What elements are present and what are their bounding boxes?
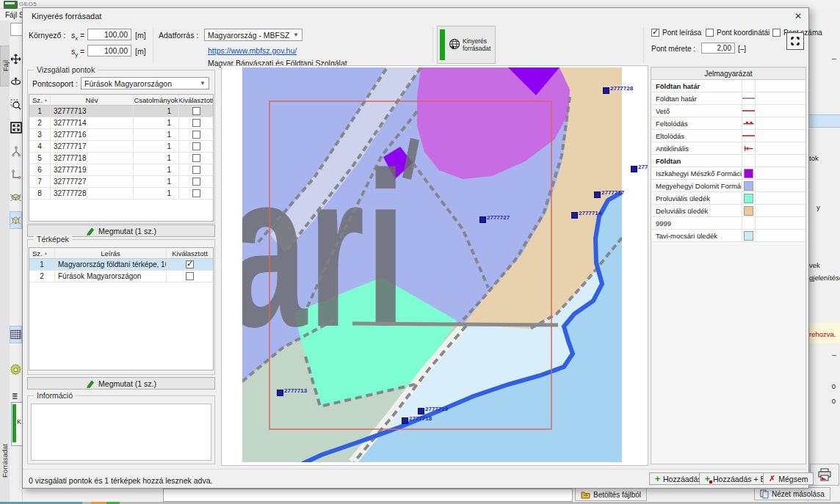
dialog-close-button[interactable]: ✕ (791, 10, 805, 23)
plus-icon: + (655, 475, 660, 483)
surround-label: Környező : (29, 31, 65, 40)
axes-3d-tool-button[interactable] (10, 142, 22, 160)
legend-row: Proluviális üledék (651, 192, 805, 205)
legend-blank-cell (755, 230, 805, 241)
printer-icon (817, 468, 832, 481)
point-coords-option[interactable]: Pont koordinátái (706, 29, 770, 37)
settings-tool-button[interactable] (10, 361, 22, 379)
copy-view-button[interactable]: Nézet másolása (754, 487, 830, 500)
row-select-checkbox[interactable] (192, 119, 200, 127)
legend-symbol (742, 155, 755, 167)
fullscreen-button[interactable] (786, 32, 804, 50)
point-desc-option[interactable]: Pont leírása (651, 29, 701, 37)
map-point-marker: 2777719 (418, 406, 448, 414)
legend-symbol (742, 192, 755, 204)
separator (432, 27, 433, 62)
rotate-icon (10, 76, 21, 87)
fit-view-tool-button[interactable] (10, 119, 22, 136)
col-leiras[interactable]: Leírás (55, 248, 167, 258)
pointgroup-select[interactable]: Fúrások Magyarországon ▼ (81, 77, 209, 90)
view-3d-tool-button[interactable] (10, 211, 22, 229)
row-select-checkbox[interactable] (186, 272, 194, 280)
points-table-row[interactable]: 6327777191 (29, 164, 213, 176)
point-number-checkbox[interactable] (772, 29, 781, 37)
col-kivalasztott[interactable]: Kiválasztott (167, 248, 213, 258)
col-sz[interactable]: Sz. (29, 95, 51, 105)
zoom-select-tool-button[interactable] (10, 95, 22, 113)
gear-icon (10, 364, 22, 376)
pan-tool-button[interactable] (10, 50, 22, 67)
points-table-row[interactable]: 4327777171 (29, 141, 213, 153)
legend-label: Földtan határ (651, 95, 742, 103)
background-path-input[interactable] (163, 489, 573, 502)
background-selected-row (808, 114, 840, 128)
rotate-tool-button[interactable] (10, 73, 22, 90)
legend-blank-cell (755, 217, 805, 229)
legend-row: Antiklinális (651, 142, 805, 155)
table-view-tool-button[interactable] (10, 326, 22, 343)
point-square-icon (402, 417, 408, 424)
points-table-row[interactable]: 8327777281 (29, 188, 213, 200)
menu-file[interactable]: Fájl (5, 11, 17, 19)
separator (643, 27, 644, 62)
legend-blank-cell (755, 130, 805, 142)
map-view[interactable]: ari 277772827777162777717277771427777272… (221, 65, 648, 466)
sx-label: sx = (71, 31, 84, 42)
plus-close-icon: + (705, 475, 710, 483)
sx-input[interactable]: 100,00 (87, 29, 131, 40)
extract-source-data-button[interactable]: Kinyerésforrásadat (437, 26, 496, 64)
datasource-link[interactable]: https://www.mbfsz.gov.hu/ (208, 46, 297, 55)
row-select-checkbox[interactable] (192, 131, 200, 139)
row-select-checkbox[interactable] (192, 166, 200, 174)
fit-view-icon (10, 122, 22, 134)
points-table-row[interactable]: 7327777271 (29, 176, 213, 188)
panel-collapse-icon[interactable]: – (832, 350, 836, 359)
row-select-checkbox[interactable] (192, 154, 200, 162)
bg-fragment: y (817, 203, 820, 211)
point-coords-checkbox[interactable] (706, 29, 714, 37)
sy-input[interactable]: 100,00 (87, 45, 131, 56)
legend-blank-cell (755, 142, 805, 154)
datasource-select[interactable]: Magyarország - MBFSZ ▼ (204, 29, 303, 41)
maps-table-row[interactable]: 1Magyarország földtani térképe, 100 000 (29, 259, 213, 271)
line-symbol (742, 110, 755, 112)
row-select-checkbox[interactable] (192, 142, 200, 150)
map-point-marker: 2777718 (402, 415, 432, 424)
panel-collapse-icon[interactable]: – (832, 54, 836, 62)
info-group-title: Információ (34, 391, 76, 400)
maps-group: Térképek Sz. Leírás Kiválasztott 1Magyar… (27, 239, 215, 375)
col-kivalasztott[interactable]: Kiválasztott (179, 95, 213, 105)
list-icon[interactable]: ≣ (12, 392, 18, 400)
points-table-row[interactable]: 1327777131 (29, 106, 213, 117)
row-select-checkbox[interactable] (192, 107, 200, 115)
col-csatolmanyok[interactable]: Csatolmányok (134, 95, 179, 105)
col-sz[interactable]: Sz. (29, 248, 55, 258)
datasource-label: Adatforrás : (159, 31, 198, 40)
point-size-input[interactable]: 2,00 (701, 43, 735, 54)
line-symbol (742, 135, 755, 136)
points-table-row[interactable]: 3327777161 (29, 129, 213, 141)
point-label: 2777719 (425, 406, 448, 412)
load-from-file-button[interactable]: Betöltés fájlból (575, 488, 647, 501)
row-select-checkbox[interactable] (192, 189, 200, 197)
show-maps-button[interactable]: Megmutat (1 sz.) (27, 377, 215, 390)
globe-download-icon (448, 38, 461, 51)
cancel-button[interactable]: ✗ Mégsem (763, 472, 814, 485)
maps-table-row[interactable]: 2Fúrások Magyarországon (29, 271, 213, 282)
extract-button-label: Kinyerésforrásadat (463, 37, 490, 52)
show-pen-icon (86, 227, 95, 235)
axes-2d-tool-button[interactable] (10, 166, 22, 183)
box-3d-icon (10, 214, 21, 227)
point-desc-checkbox[interactable] (651, 29, 659, 37)
point-square-icon (603, 87, 609, 94)
col-nev[interactable]: Név (51, 95, 134, 105)
print-button[interactable] (810, 464, 839, 486)
view-flat-tool-button[interactable] (10, 189, 22, 206)
new-document-icon[interactable] (10, 23, 23, 36)
points-table-row[interactable]: 2327777141 (29, 117, 213, 129)
points-table-row[interactable]: 5327777181 (29, 153, 213, 164)
dialog-title: Kinyerés forrásadat (32, 12, 101, 21)
vertical-tab-source[interactable]: Forrásadat (0, 431, 10, 490)
row-select-checkbox[interactable] (186, 260, 194, 269)
row-select-checkbox[interactable] (192, 178, 200, 186)
